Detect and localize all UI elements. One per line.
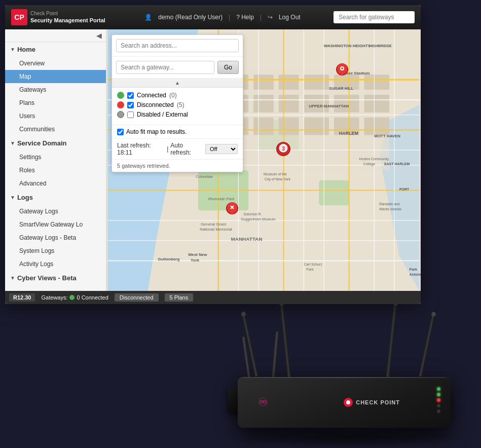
svg-text:Riverside Park: Riverside Park <box>208 197 235 201</box>
sidebar-item-users[interactable]: Users <box>5 109 106 123</box>
sidebar-item-map[interactable]: Map <box>5 70 106 83</box>
logo-icon: CP <box>11 9 27 25</box>
svg-rect-3 <box>319 180 349 206</box>
collapse-arrow[interactable]: ▲ <box>112 79 243 88</box>
sidebar-item-gateway-logs-beta[interactable]: Gateway Logs - Beta <box>5 231 106 244</box>
svg-rect-25 <box>364 118 389 135</box>
map-pin-3[interactable] <box>226 202 238 214</box>
help-link[interactable]: ? Help <box>236 14 254 21</box>
led-2 <box>437 393 440 396</box>
svg-text:WASHINGTON HEIGHTS: WASHINGTON HEIGHTS <box>324 44 371 48</box>
svg-rect-22 <box>279 118 299 135</box>
svg-text:PORT: PORT <box>399 188 410 191</box>
sidebar-group-logs[interactable]: ▼ Logs <box>5 190 106 205</box>
sidebar-group-logs-label: Logs <box>17 194 33 201</box>
map-container[interactable]: WASHINGTON HEIGHTS HIGHBRIDGE SUGAR HILL… <box>106 29 421 291</box>
arrow-icon-logs: ▼ <box>10 195 15 200</box>
status-bar: R12.30 Gateways: 0 Connected Disconnecte… <box>5 291 421 304</box>
sidebar-group-cyber[interactable]: ▼ Cyber Views - Beta <box>5 271 106 285</box>
disconnected-checkbox[interactable] <box>127 102 134 108</box>
arrow-icon-service: ▼ <box>10 140 15 146</box>
svg-rect-7 <box>253 74 274 90</box>
gateway-filter-input[interactable] <box>116 61 214 74</box>
svg-rect-14 <box>253 95 274 113</box>
disabled-checkbox[interactable] <box>127 111 134 118</box>
refresh-row: Last refresh: 18:11 | Auto refresh: Off … <box>112 139 243 160</box>
status-gateways: Gateways: 0 Connected <box>41 294 108 301</box>
router-main-body: CHECK POINT ♾ <box>238 377 451 428</box>
separator-1: | <box>229 14 230 21</box>
sidebar-item-gateways[interactable]: Gateways <box>5 83 106 96</box>
user-icon: 👤 <box>144 14 152 21</box>
sidebar-item-system-logs[interactable]: System Logs <box>5 244 106 257</box>
logo-area: CP Check Point Security Management Porta… <box>11 9 105 25</box>
svg-text:3: 3 <box>282 145 285 151</box>
router-highlight <box>243 377 446 378</box>
svg-text:Park: Park <box>410 268 417 271</box>
plans-status-btn[interactable]: 5 Plans <box>165 293 194 302</box>
svg-text:SUGAR HILL: SUGAR HILL <box>329 86 354 91</box>
sidebar-item-settings[interactable]: Settings <box>5 151 106 164</box>
antenna-main-2 <box>279 301 291 377</box>
header-bar: CP Check Point Security Management Porta… <box>5 5 421 29</box>
arrow-icon-home: ▼ <box>10 47 15 52</box>
disconnected-status-btn[interactable]: Disconnected <box>115 293 159 302</box>
router-leds <box>437 387 440 413</box>
user-link[interactable]: demo (Read Only User) <box>158 14 223 21</box>
last-refresh-label: Last refresh: 18:11 <box>117 142 165 156</box>
sidebar-item-activity-logs[interactable]: Activity Logs <box>5 257 106 271</box>
led-1 <box>437 387 440 391</box>
auto-refresh-select[interactable]: Off 1 min 5 min 10 min <box>205 144 238 154</box>
sidebar-item-gateway-logs[interactable]: Gateway Logs <box>5 205 106 218</box>
auto-fit-label: Auto fit map to results. <box>126 128 187 135</box>
sidebar-group-home[interactable]: ▼ Home <box>5 42 106 57</box>
svg-text:General Grant: General Grant <box>201 222 227 227</box>
connected-checkbox[interactable] <box>127 92 134 99</box>
plans-status-label: 5 Plans <box>170 294 189 301</box>
map-pin-2[interactable]: 3 <box>276 142 290 156</box>
antenna-main-3 <box>386 301 397 377</box>
led-4 <box>437 404 440 407</box>
svg-text:MOTT HAVEN: MOTT HAVEN <box>374 134 400 138</box>
gateway-search-row: Go <box>112 57 243 79</box>
go-button[interactable]: Go <box>217 61 239 74</box>
svg-rect-15 <box>279 95 299 113</box>
svg-rect-8 <box>279 74 299 90</box>
arrow-icon-cyber: ▼ <box>10 275 15 281</box>
sidebar-item-communities[interactable]: Communities <box>5 123 106 136</box>
svg-text:Guggenheim Museum: Guggenheim Museum <box>241 217 275 221</box>
svg-text:Guttenberg: Guttenberg <box>158 257 180 262</box>
sidebar-collapse-btn[interactable]: ◀ <box>5 29 106 42</box>
logo-text: Check Point Security Management Portal <box>30 10 105 24</box>
cp-logo-inner <box>346 400 350 404</box>
sidebar-item-roles[interactable]: Roles <box>5 164 106 177</box>
svg-text:West New: West New <box>188 252 207 257</box>
svg-text:MANHATTAN: MANHATTAN <box>231 236 263 242</box>
auto-fit-checkbox[interactable] <box>117 129 124 135</box>
svg-text:Randalls and: Randalls and <box>379 202 400 206</box>
svg-text:EAST HARLEM: EAST HARLEM <box>384 162 410 166</box>
filter-disconnected: Disconnected (5) <box>117 101 238 108</box>
sidebar-item-smartview-logs[interactable]: SmartView Gateway Lo <box>5 218 106 231</box>
sidebar-item-advanced[interactable]: Advanced <box>5 177 106 190</box>
header-nav: 👤 demo (Read Only User) | ? Help | ↪ Log… <box>116 14 329 21</box>
svg-text:Columbia: Columbia <box>196 174 213 179</box>
sidebar-group-service-domain[interactable]: ▼ Service Domain <box>5 136 106 151</box>
logout-link[interactable]: Log Out <box>279 14 301 21</box>
gateway-search-input[interactable] <box>334 11 415 23</box>
connected-dot <box>117 92 124 99</box>
sidebar-item-plans[interactable]: Plans <box>5 96 106 109</box>
led-5 <box>437 409 440 413</box>
filter-connected: Connected (0) <box>117 92 238 99</box>
address-input[interactable] <box>116 39 239 52</box>
pink-logo-main: ♾ <box>258 396 268 409</box>
svg-text:Carl Schurz: Carl Schurz <box>304 263 322 266</box>
status-version: R12.30 <box>9 293 35 302</box>
sidebar-item-overview[interactable]: Overview <box>5 57 106 70</box>
svg-rect-23 <box>304 118 329 135</box>
browser-window: CP Check Point Security Management Porta… <box>5 5 421 304</box>
map-pin-1[interactable] <box>336 63 348 76</box>
led-3 <box>437 398 440 402</box>
svg-rect-9 <box>304 74 329 90</box>
disconnected-label: Disconnected <box>137 101 174 108</box>
